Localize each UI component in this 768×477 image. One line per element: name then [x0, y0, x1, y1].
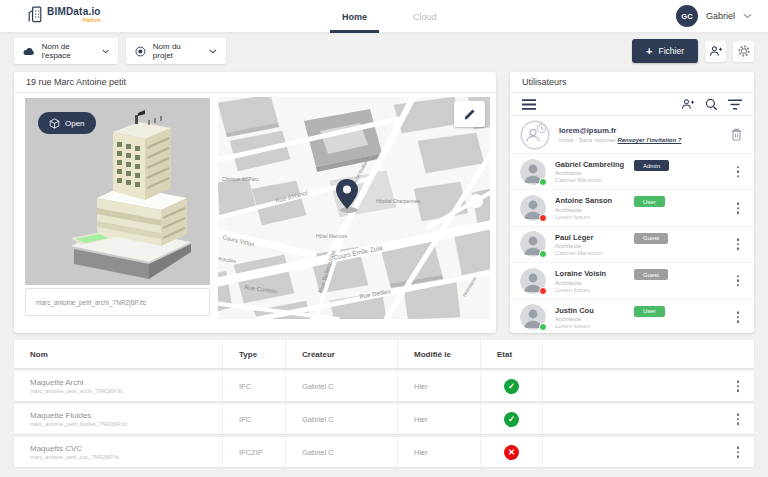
user-company: Lorem Ipsum: [555, 214, 617, 220]
file-row[interactable]: Maquetts CVC marc_antoine_petit_cvc_7NR2…: [14, 437, 754, 467]
user-avatar: [520, 304, 546, 330]
open-viewer-button[interactable]: Open: [38, 112, 96, 134]
user-role-badge: Admin: [634, 160, 669, 171]
user-company: Lorem Ipsum: [555, 287, 617, 293]
file-row[interactable]: Maquette Fluides marc_antoine_petit_flui…: [14, 404, 754, 434]
user-company: Cabinet Marsouin: [555, 177, 617, 183]
project-card: 19 rue Marc Antoine petit: [14, 72, 496, 333]
app-root: BIMData.io Platform Home Cloud GC Gabrie…: [0, 0, 768, 477]
presence-dot: [539, 250, 547, 258]
user-actions-menu[interactable]: [734, 199, 743, 217]
user-row[interactable]: Justin Cou Architecte Lorem Ipsum User: [510, 300, 754, 333]
filter-users-button[interactable]: [728, 99, 742, 110]
user-row[interactable]: Gabriel Cambreling Architecte Cabinet Ma…: [510, 154, 754, 190]
files-table-body: Maquette Archi marc_antoine_petit_archi_…: [14, 371, 754, 467]
user-avatar: [520, 268, 546, 294]
invite-email: lorem@ipsum.fr: [559, 126, 720, 135]
file-actions-menu[interactable]: [734, 410, 743, 428]
files-table-header: Nom Type Créateur Modifié le Etat: [14, 340, 754, 368]
user-name: Antoine Sanson: [555, 196, 617, 205]
file-type: IFC: [222, 404, 285, 434]
file-creator: Gabriel C: [285, 437, 397, 467]
space-selector-label: Nom de l'espace: [42, 42, 95, 60]
add-file-button[interactable]: + Fichier: [632, 39, 698, 63]
presence-dot: [539, 287, 547, 295]
file-actions-menu[interactable]: [734, 443, 743, 461]
user-name: Paul Léger: [555, 233, 617, 242]
filter-icon: [728, 99, 742, 110]
map-label: Clinique du Parc: [222, 176, 259, 182]
file-actions-menu[interactable]: [734, 377, 743, 395]
brand-tagline: Platform: [82, 18, 100, 23]
building-logo-icon: [28, 6, 42, 23]
location-map[interactable]: Clinique du Parc Cours Vitton Rue d'Hano…: [218, 97, 490, 319]
pending-user-avatar-icon: [520, 120, 550, 150]
user-row[interactable]: Loraine Voisin Architecte Lorem Ipsum Gu…: [510, 263, 754, 299]
column-header-etat: Etat: [480, 340, 542, 368]
pending-invite-row: lorem@ipsum.fr Invité - Sans réponse Ren…: [510, 116, 754, 154]
file-name: Maquetts CVC: [30, 444, 82, 453]
delete-invite-button[interactable]: [729, 126, 744, 143]
file-state-icon: [504, 379, 519, 394]
users-list: Gabriel Cambreling Architecte Cabinet Ma…: [510, 154, 754, 333]
file-name: Maquette Fluides: [30, 411, 91, 420]
tab-cloud[interactable]: Cloud: [409, 0, 441, 33]
open-button-label: Open: [65, 119, 85, 128]
target-icon: [135, 46, 146, 57]
users-menu-button[interactable]: [522, 99, 536, 110]
user-role-badge: Guest: [634, 269, 668, 280]
map-label: Hôtel Mercure: [316, 233, 348, 239]
column-header-actions: [542, 340, 754, 368]
user-actions-menu[interactable]: [734, 309, 743, 327]
invite-user-button[interactable]: [705, 41, 726, 62]
chevron-down-icon: [743, 13, 752, 19]
presence-dot: [539, 323, 547, 331]
pencil-icon: [463, 108, 476, 121]
file-creator: Gabriel C: [285, 404, 397, 434]
resend-invite-link[interactable]: Renvoyer l'invitation ?: [617, 137, 681, 143]
user-company: Cabinet Marsouin: [555, 250, 617, 256]
file-type: IFCZIP: [222, 437, 285, 467]
settings-button[interactable]: [733, 41, 754, 62]
search-users-button[interactable]: [705, 98, 718, 111]
brand-logo[interactable]: BIMData.io Platform: [28, 6, 101, 23]
user-actions-menu[interactable]: [734, 163, 743, 181]
user-role-badge: User: [634, 196, 665, 207]
person-plus-icon: [709, 45, 723, 57]
files-table: Nom Type Créateur Modifié le Etat Maquet…: [14, 340, 754, 467]
project-selector[interactable]: Nom du projet: [126, 38, 226, 64]
space-selector[interactable]: Nom de l'espace: [14, 38, 118, 64]
user-name: Justin Cou: [555, 306, 617, 315]
user-actions-menu[interactable]: [734, 272, 743, 290]
user-company: Lorem Ipsum: [555, 323, 617, 329]
presence-dot: [539, 178, 547, 186]
add-member-button[interactable]: [681, 98, 695, 110]
map-label: Hôpital Charpennes: [376, 198, 421, 204]
users-toolbar: [510, 93, 754, 116]
edit-location-button[interactable]: [454, 101, 485, 127]
file-name: Maquette Archi: [30, 378, 83, 387]
account-menu[interactable]: GC Gabriel: [676, 5, 752, 27]
user-role: Architecte: [555, 170, 617, 176]
add-file-label: Fichier: [658, 46, 684, 56]
file-modified: Hier: [397, 437, 480, 467]
plus-icon: +: [646, 46, 652, 57]
chevron-down-icon: [209, 49, 217, 54]
presence-dot: [539, 214, 547, 222]
file-state-icon: [504, 445, 519, 460]
tab-home[interactable]: Home: [338, 0, 371, 33]
search-icon: [705, 98, 718, 111]
user-avatar: [520, 231, 546, 257]
main-tabs: Home Cloud: [338, 0, 441, 33]
file-row[interactable]: Maquette Archi marc_antoine_petit_archi_…: [14, 371, 754, 401]
cube-3d-icon: [49, 118, 60, 129]
model-viewer-preview[interactable]: Open: [25, 98, 210, 285]
user-role: Architecte: [555, 316, 617, 322]
user-row[interactable]: Antoine Sanson Architecte Lorem Ipsum Us…: [510, 190, 754, 226]
hamburger-icon: [522, 99, 536, 110]
file-modified: Hier: [397, 371, 480, 401]
user-actions-menu[interactable]: [734, 236, 743, 254]
account-avatar[interactable]: GC: [676, 5, 698, 27]
user-row[interactable]: Paul Léger Architecte Cabinet Marsouin G…: [510, 227, 754, 263]
user-avatar: [520, 159, 546, 185]
